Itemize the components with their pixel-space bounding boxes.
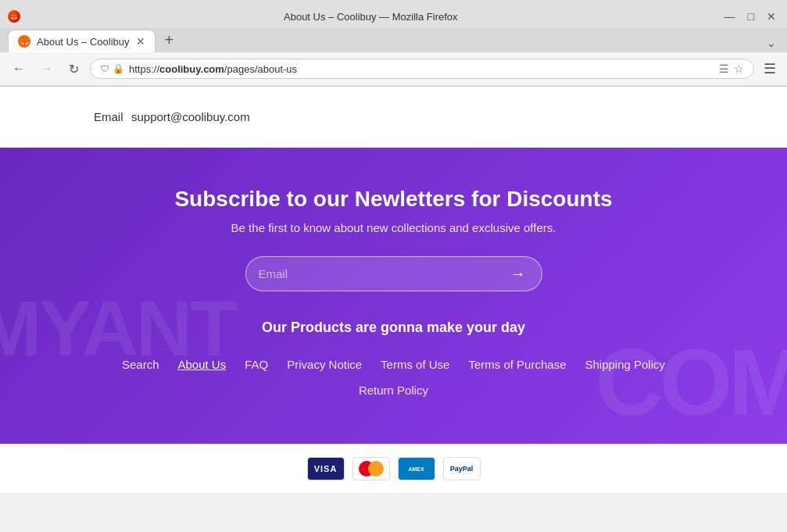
newsletter-title: Subscribe to our Newletters for Discount… xyxy=(16,187,771,212)
footer-link-terms-of-use[interactable]: Terms of Use xyxy=(381,358,449,371)
mastercard-icon xyxy=(352,457,390,480)
tab-overflow-button[interactable]: ⌄ xyxy=(764,34,779,52)
visa-card-icon: VISA xyxy=(307,457,345,480)
lock-icon: 🔒 xyxy=(113,63,124,74)
address-bar[interactable]: 🛡 🔒 https://coolibuy.com/pages/about-us … xyxy=(90,59,754,79)
footer-link-search[interactable]: Search xyxy=(122,358,159,371)
footer-links-row1: Search About Us FAQ Privacy Notice Terms… xyxy=(16,358,771,371)
bookmark-icon[interactable]: ☆ xyxy=(734,62,744,75)
url-domain: coolibuy.com xyxy=(159,63,224,75)
active-tab[interactable]: 🦊 About Us – Coolibuy ✕ xyxy=(8,30,156,52)
new-tab-button[interactable]: + xyxy=(159,28,181,52)
footer-link-return-policy[interactable]: Return Policy xyxy=(359,384,428,397)
email-subscribe-container: → xyxy=(245,256,542,291)
subscribe-button[interactable]: → xyxy=(507,265,529,283)
close-button[interactable]: ✕ xyxy=(764,9,779,24)
firefox-logo-icon: 🦊 xyxy=(8,10,20,23)
newsletter-subtitle: Be the first to know about new collectio… xyxy=(16,221,771,234)
paypal-card-icon: PayPal xyxy=(443,457,481,480)
url-text: https://coolibuy.com/pages/about-us xyxy=(129,63,714,75)
tab-close-button[interactable]: ✕ xyxy=(136,35,145,48)
email-value: support@coolibuy.com xyxy=(131,110,250,123)
newsletter-section: COM MYANT Subscribe to our Newletters fo… xyxy=(0,148,787,444)
email-subscribe-input[interactable] xyxy=(259,267,507,280)
back-button[interactable]: ← xyxy=(8,59,30,79)
watermark-com: COM xyxy=(596,328,787,436)
hamburger-menu-button[interactable]: ☰ xyxy=(760,57,779,80)
tab-label: About Us – Coolibuy xyxy=(37,36,130,48)
tab-favicon: 🦊 xyxy=(18,35,30,48)
email-section: Email support@coolibuy.com xyxy=(0,87,787,148)
reload-button[interactable]: ↻ xyxy=(64,59,84,80)
browser-title: About Us – Coolibuy — Mozilla Firefox xyxy=(20,11,721,23)
forward-button[interactable]: → xyxy=(36,59,58,79)
email-label: Email xyxy=(94,110,123,123)
maximize-button[interactable]: □ xyxy=(745,9,757,24)
footer-link-about-us[interactable]: About Us xyxy=(177,358,226,371)
footer-links-row2: Return Policy xyxy=(16,384,771,397)
products-tagline: Our Products are gonna make your day xyxy=(16,320,771,336)
footer-link-faq[interactable]: FAQ xyxy=(245,358,268,371)
reader-view-icon[interactable]: ☰ xyxy=(719,62,729,75)
amex-card-icon: AMEX xyxy=(398,457,435,480)
footer-link-terms-of-purchase[interactable]: Terms of Purchase xyxy=(468,358,566,371)
footer-link-shipping-policy[interactable]: Shipping Policy xyxy=(585,358,665,371)
payment-strip: VISA AMEX PayPal xyxy=(0,444,787,493)
minimize-button[interactable]: — xyxy=(721,9,739,24)
shield-icon: 🛡 xyxy=(100,63,109,74)
footer-link-privacy-notice[interactable]: Privacy Notice xyxy=(287,358,362,371)
